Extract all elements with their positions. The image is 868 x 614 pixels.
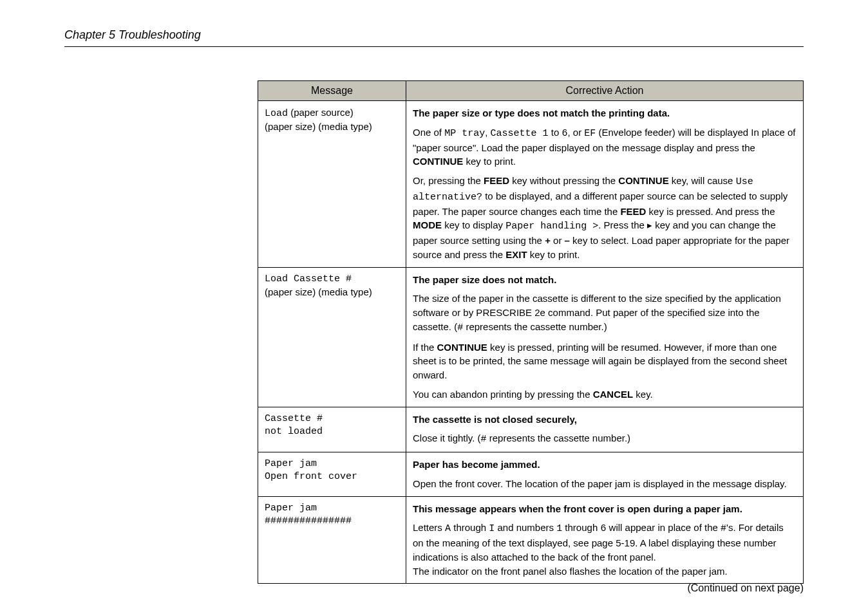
msg-plain: (paper size) (media type): [265, 121, 372, 132]
action-cell: The cassette is not closed securely, Clo…: [406, 407, 804, 452]
t: ,: [485, 127, 490, 138]
action-title: The paper size or type does not match th…: [413, 107, 670, 118]
code: A: [445, 523, 451, 534]
msg-code: Paper jam: [265, 458, 317, 469]
code: #: [457, 322, 463, 333]
action-cell: The paper size or type does not match th…: [406, 101, 804, 268]
b: MODE: [413, 219, 442, 230]
t: key to print.: [463, 156, 516, 167]
msg-code: Cassette #: [265, 413, 323, 424]
t: Open the front cover. The location of th…: [413, 477, 797, 491]
t: through: [451, 522, 489, 533]
action-title: This message appears when the front cove…: [413, 503, 742, 514]
t: key is pressed. And press the: [646, 206, 775, 217]
b: CANCEL: [593, 389, 634, 400]
t: You can abandon printing by pressing the: [413, 389, 593, 400]
code: #: [481, 434, 487, 445]
code: 1: [556, 523, 562, 534]
t: If the: [413, 342, 437, 353]
msg-cell: Load (paper source) (paper size) (media …: [258, 101, 406, 268]
t: represents the cassette number.): [487, 433, 630, 443]
msg-code: ###############: [265, 516, 352, 526]
action-title: Paper has become jammed.: [413, 459, 540, 470]
msg-cell: Load Cassette # (paper size) (media type…: [258, 267, 406, 407]
action-cell: Paper has become jammed. Open the front …: [406, 452, 804, 497]
t: key.: [633, 389, 653, 400]
msg-code: Open front cover: [265, 471, 357, 482]
code: Paper handling >: [505, 221, 598, 232]
t: One of: [413, 127, 444, 138]
table-row: Cassette # not loaded The cassette is no…: [258, 407, 804, 452]
t: or: [551, 235, 565, 246]
b: +: [545, 235, 551, 246]
col-message: Message: [258, 81, 406, 101]
table-row: Load (paper source) (paper size) (media …: [258, 101, 804, 268]
t: , or: [567, 127, 584, 138]
msg-cell: Paper jam ###############: [258, 496, 406, 584]
col-action: Corrective Action: [406, 81, 804, 101]
msg-code: Paper jam: [265, 503, 317, 514]
code: EF: [584, 128, 596, 139]
t: The indicator on the front panel also fl…: [413, 566, 728, 577]
table-row: Load Cassette # (paper size) (media type…: [258, 267, 804, 407]
table-row: Paper jam ############### This message a…: [258, 496, 804, 584]
b: –: [565, 235, 570, 246]
msg-code: not loaded: [265, 426, 323, 437]
t: represents the cassette number.): [463, 321, 607, 332]
t: key without pressing the: [509, 175, 618, 186]
code: #: [721, 523, 726, 534]
msg-cell: Paper jam Open front cover: [258, 452, 406, 497]
continued-note: (Continued on next page): [258, 582, 804, 594]
t: key to print.: [527, 249, 580, 260]
msg-plain: (paper size) (media type): [265, 286, 372, 297]
t: to: [549, 127, 562, 138]
b: FEED: [620, 206, 646, 217]
t: key, will cause: [669, 175, 736, 186]
t: through: [562, 522, 600, 533]
t: and numbers: [495, 522, 556, 533]
msg-plain: (paper source): [288, 107, 354, 118]
t: will appear in place of the: [606, 522, 721, 533]
msg-code: Load Cassette #: [265, 274, 352, 284]
code: MP tray: [444, 128, 485, 139]
b: CONTINUE: [413, 156, 463, 167]
action-title: The cassette is not closed securely,: [413, 414, 577, 425]
code: Cassette 1: [491, 128, 549, 139]
t: key to display: [442, 219, 505, 230]
b: EXIT: [505, 249, 527, 260]
t: Close it tightly. (: [413, 433, 481, 443]
code: I: [489, 523, 495, 534]
b: FEED: [484, 175, 509, 186]
chapter-heading: Chapter 5 Troubleshooting: [64, 28, 201, 42]
troubleshooting-table: Message Corrective Action Load (paper so…: [258, 80, 804, 584]
msg-cell: Cassette # not loaded: [258, 407, 406, 452]
msg-code: Load: [265, 108, 288, 119]
rule: [64, 46, 804, 47]
action-cell: The paper size does not match. The size …: [406, 267, 804, 407]
b: CONTINUE: [437, 342, 487, 353]
t: Or, pressing the: [413, 175, 484, 186]
b: CONTINUE: [618, 175, 668, 186]
table-header-row: Message Corrective Action: [258, 81, 804, 101]
action-title: The paper size does not match.: [413, 274, 556, 285]
t: Letters: [413, 522, 445, 533]
action-cell: This message appears when the front cove…: [406, 496, 804, 584]
table-row: Paper jam Open front cover Paper has bec…: [258, 452, 804, 497]
